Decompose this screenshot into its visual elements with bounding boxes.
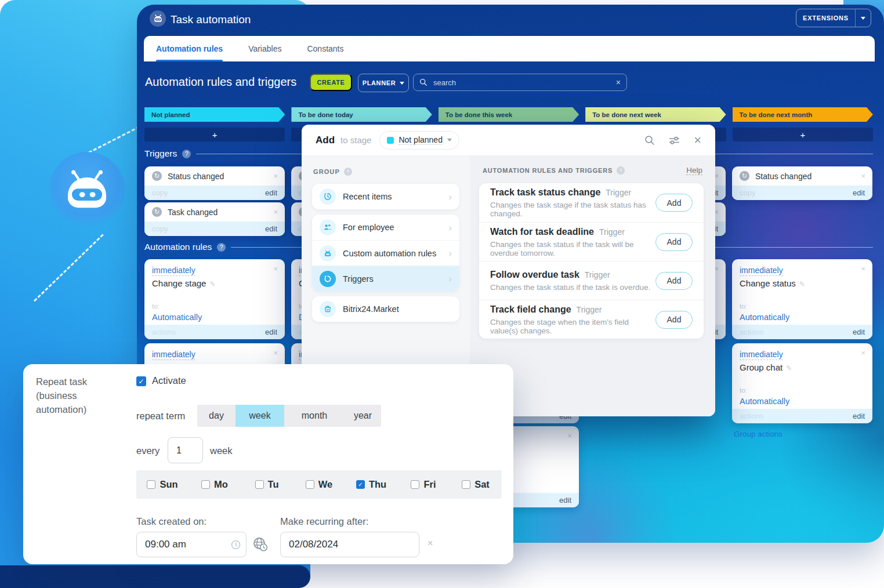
rule-value-link[interactable]: Automatically — [740, 313, 789, 322]
rule-when-link[interactable]: immediately — [740, 350, 783, 360]
checkbox-checked[interactable]: ✓ — [356, 480, 365, 489]
stage-to-be-done-this-week[interactable]: To be done this week — [439, 107, 579, 122]
remove-icon[interactable]: × — [273, 265, 278, 273]
timezone-globe-icon[interactable] — [252, 536, 268, 552]
clear-search-icon[interactable]: × — [616, 78, 621, 87]
group-actions-link[interactable]: Group actions — [734, 430, 782, 438]
every-input[interactable] — [168, 437, 203, 463]
term-year[interactable]: year — [345, 405, 381, 427]
stage-not-planned[interactable]: Not planned — [144, 107, 285, 122]
term-week[interactable]: week — [236, 405, 284, 427]
weekday-tu[interactable]: Tu — [241, 479, 293, 490]
create-button[interactable]: CREATE — [310, 74, 352, 91]
rule-value-link[interactable]: Automatically — [740, 397, 789, 406]
rule-when-link[interactable]: immediately — [152, 350, 195, 360]
add-trigger-button[interactable]: Add — [655, 233, 693, 251]
window-title: Task automation — [171, 13, 251, 26]
close-icon[interactable]: × — [694, 134, 701, 147]
edit-link[interactable]: edit — [265, 188, 277, 197]
remove-icon[interactable]: × — [861, 265, 865, 273]
clear-date-icon[interactable]: × — [427, 538, 433, 549]
rule-value-link[interactable]: Automatically — [152, 313, 202, 322]
activate-checkbox[interactable]: ✓ — [136, 376, 146, 386]
tab-variables[interactable]: Variables — [248, 36, 281, 61]
chevron-right-icon: › — [448, 248, 452, 258]
planner-button[interactable]: PLANNER — [358, 74, 409, 92]
remove-icon[interactable]: × — [567, 432, 572, 440]
add-trigger-button[interactable]: Add — [655, 272, 693, 290]
edit-link[interactable]: edit — [265, 328, 277, 336]
group-item-custom-automation-rules[interactable]: Custom automation rules › — [312, 240, 459, 266]
trigger-card[interactable]: ↻ Status changed × copyedit — [144, 166, 285, 200]
group-item-recent-items[interactable]: Recent items › — [312, 184, 459, 209]
remove-icon[interactable]: × — [861, 172, 865, 180]
checkbox[interactable] — [201, 480, 210, 489]
trigger-card[interactable]: ↻ Status changed × copyedit — [732, 166, 872, 200]
help-link[interactable]: Help — [686, 166, 702, 175]
checkbox[interactable] — [306, 480, 314, 489]
copy-link[interactable]: copy — [740, 188, 755, 197]
weekday-we[interactable]: We — [293, 479, 345, 490]
checkbox[interactable] — [147, 480, 155, 489]
task-created-time-input[interactable] — [136, 532, 247, 557]
term-month[interactable]: month — [284, 405, 345, 427]
recurring-date-input[interactable] — [280, 532, 419, 557]
trigger-card[interactable]: ↻ Task changed × copyedit — [144, 202, 285, 236]
remove-icon[interactable]: × — [861, 349, 865, 357]
rule-when-link[interactable]: immediately — [152, 266, 195, 276]
rule-card[interactable]: × immediately Change status✎ to: Automat… — [732, 259, 872, 339]
stage-to-be-done-today[interactable]: To be done today — [291, 107, 432, 122]
chevron-down-icon[interactable] — [856, 17, 871, 20]
copy-link[interactable]: copy — [152, 224, 168, 233]
group-item-triggers[interactable]: Triggers › — [312, 266, 459, 291]
rule-card[interactable]: × immediately Change stage✎ to: Automati… — [144, 259, 285, 339]
tab-constants[interactable]: Constants — [307, 36, 343, 61]
checkbox[interactable] — [255, 480, 264, 489]
edit-pencil-icon[interactable]: ✎ — [209, 280, 215, 288]
stage-to-be-done-next-week[interactable]: To be done next week — [585, 107, 726, 122]
edit-pencil-icon[interactable]: ✎ — [799, 280, 805, 288]
help-icon[interactable]: ? — [617, 166, 625, 175]
clock-icon[interactable] — [231, 540, 241, 550]
rule-when-link[interactable]: immediately — [740, 266, 783, 276]
remove-icon[interactable]: × — [273, 208, 278, 216]
stage-selector[interactable]: Not planned — [379, 131, 459, 150]
weekday-sun[interactable]: Sun — [136, 479, 189, 490]
edit-link[interactable]: edit — [853, 188, 865, 197]
stage-to-be-done-next-month[interactable]: To be done next month — [733, 107, 873, 122]
group-item-for-employee[interactable]: For employee › — [312, 215, 459, 240]
filter-sliders-icon[interactable] — [669, 135, 680, 146]
page: Task automation EXTENSIONS Automation ru… — [0, 0, 884, 588]
add-button[interactable]: + — [144, 128, 285, 141]
actions-link[interactable]: actions — [152, 328, 176, 336]
add-trigger-button[interactable]: Add — [655, 311, 693, 329]
remove-icon[interactable]: × — [273, 349, 278, 357]
rule-card[interactable]: × immediately Group chat✎ to: Automatica… — [732, 343, 872, 423]
help-icon[interactable]: ? — [344, 168, 352, 176]
checkbox[interactable] — [462, 480, 470, 489]
weekday-mo[interactable]: Mo — [189, 479, 241, 490]
term-day[interactable]: day — [197, 405, 236, 427]
search-input[interactable] — [432, 78, 611, 88]
repeat-task-panel: Repeat task (business automation) ✓ Acti… — [23, 364, 513, 564]
history-icon — [320, 188, 336, 205]
help-icon[interactable]: ? — [182, 150, 191, 158]
extensions-button[interactable]: EXTENSIONS — [796, 9, 871, 27]
edit-link[interactable]: edit — [265, 224, 277, 233]
add-button[interactable]: + — [733, 128, 873, 141]
chevron-right-icon: › — [448, 274, 452, 284]
copy-link[interactable]: copy — [152, 188, 168, 197]
search-box[interactable]: × — [413, 74, 627, 91]
checkbox[interactable] — [411, 480, 419, 489]
weekday-sat[interactable]: Sat — [450, 479, 502, 490]
tab-automation-rules[interactable]: Automation rules — [156, 36, 223, 61]
group-item-bitrix24-market[interactable]: Bitrix24.Market — [312, 296, 459, 322]
weekday-fri[interactable]: Fri — [397, 479, 450, 490]
weekday-thu[interactable]: ✓Thu — [345, 479, 397, 490]
edit-pencil-icon[interactable]: ✎ — [786, 364, 792, 372]
tab-strip: Automation rules Variables Constants — [144, 36, 875, 61]
help-icon[interactable]: ? — [217, 243, 226, 252]
add-trigger-button[interactable]: Add — [655, 194, 693, 212]
search-icon[interactable] — [644, 135, 655, 146]
remove-icon[interactable]: × — [273, 172, 278, 180]
